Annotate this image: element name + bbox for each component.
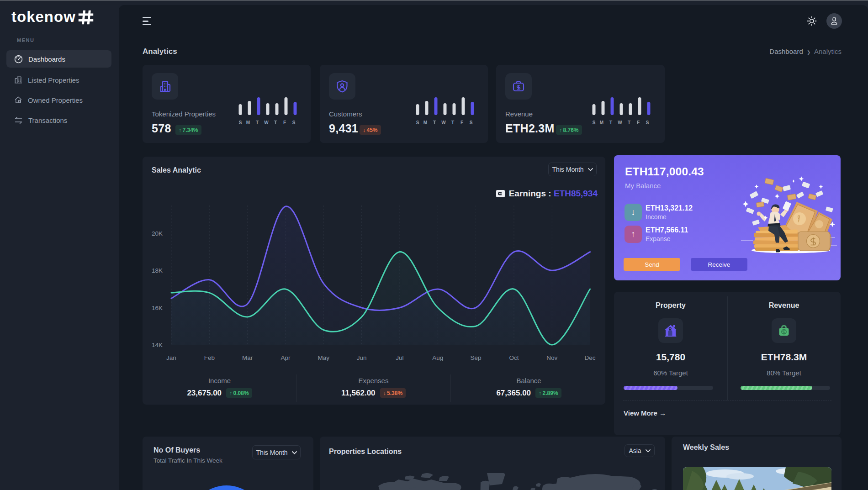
- svg-text:Aug: Aug: [432, 354, 443, 361]
- svg-text:Apr: Apr: [281, 354, 291, 361]
- svg-text:Dec: Dec: [585, 354, 596, 361]
- svg-text:May: May: [318, 354, 330, 361]
- svg-text:Mar: Mar: [242, 354, 253, 361]
- svg-text:18K: 18K: [152, 267, 163, 274]
- svg-text:Jun: Jun: [357, 354, 367, 361]
- svg-text:Sep: Sep: [471, 354, 482, 361]
- svg-text:Jul: Jul: [396, 354, 403, 361]
- svg-text:Oct: Oct: [509, 354, 519, 361]
- svg-text:16K: 16K: [152, 305, 163, 311]
- svg-text:Feb: Feb: [204, 354, 215, 361]
- svg-text:14K: 14K: [152, 342, 163, 348]
- svg-text:20K: 20K: [152, 230, 163, 237]
- svg-text:Jan: Jan: [166, 354, 176, 361]
- svg-text:Nov: Nov: [546, 354, 557, 361]
